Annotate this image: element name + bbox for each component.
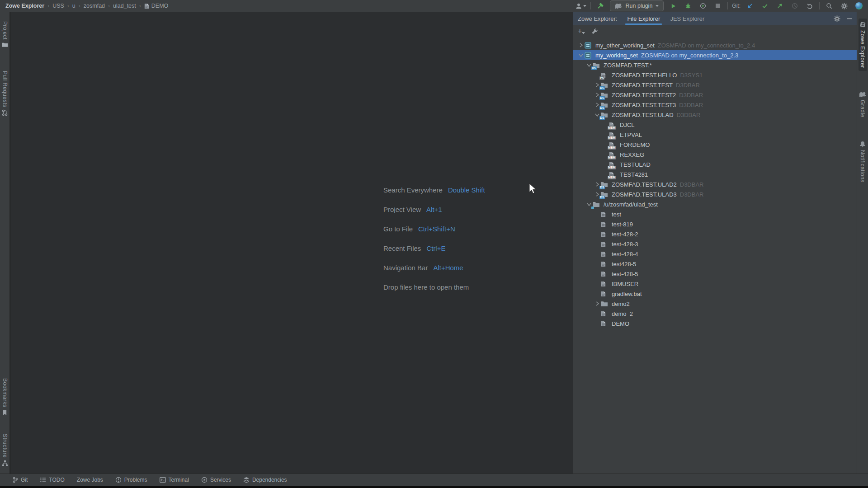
statusbar-item-dependencies[interactable]: Dependencies [243, 477, 287, 483]
stripe-item-bookmarks[interactable]: Bookmarks [1, 375, 9, 418]
stripe-item-label: Project [2, 21, 8, 40]
shortcut-action-label: Project View [383, 206, 421, 213]
dataset-folder-icon: DS [601, 91, 610, 99]
git-update-button[interactable] [745, 1, 755, 11]
tree-item-label: ZOSMFAD.TEST.TEST2 [612, 92, 676, 99]
git-commit-check-button[interactable] [760, 1, 770, 11]
tool-window-minimize-icon[interactable] [847, 16, 852, 21]
chevron-collapsed-icon[interactable] [593, 300, 601, 307]
search-button[interactable] [824, 1, 835, 11]
breadcrumb-item[interactable]: u [72, 3, 75, 9]
tree-row[interactable]: demo_2 [573, 309, 857, 319]
dataset-folder-icon: DS [601, 181, 610, 188]
breadcrumb-item[interactable]: zosmfad [84, 3, 105, 9]
top-bar: Zowe Explorer›USS›u›zosmfad›ulad_test›DE… [0, 0, 868, 12]
tree-row[interactable]: PSZOSMFAD.TEST.HELLOD3SYS1 [573, 70, 857, 80]
statusbar-item-label: Dependencies [252, 477, 287, 483]
tree-row[interactable]: test428-5 [573, 259, 857, 269]
stripe-item-structure[interactable]: Structure [1, 431, 9, 469]
tree-row[interactable]: IBMUSER [573, 279, 857, 289]
tree-row[interactable]: test-819 [573, 219, 857, 229]
build-hammer-button[interactable] [595, 1, 606, 11]
tree-row[interactable]: MEMREXXEG [573, 150, 857, 160]
shortcut-keys-label: Ctrl+Shift+N [418, 225, 455, 233]
tree-row[interactable]: MEMTESTULAD [573, 160, 857, 169]
run-play-button[interactable] [668, 1, 679, 11]
status-bar: GitTODOZowe JobsProblemsTerminalServices… [0, 474, 868, 486]
tab-file-explorer[interactable]: File Explorer [627, 12, 660, 25]
tool-window-gear-icon[interactable] [834, 15, 840, 22]
run-configuration-combo[interactable]: Run plugin [610, 0, 664, 11]
statusbar-item-git[interactable]: Git [13, 477, 28, 483]
tree-row[interactable]: DSZOSMFAD.TEST.ULAD2D3DBAR [573, 179, 857, 189]
history-clock-button[interactable] [789, 1, 800, 11]
tree-row[interactable]: DSZOSMFAD.TEST.TESTD3DBAR [573, 80, 857, 90]
stop-button[interactable] [712, 1, 723, 11]
shortcut-hint-line: Search EverywhereDouble Shift [383, 180, 485, 200]
git-push-icon [777, 3, 783, 9]
tree-row[interactable]: MEMDJCL [573, 120, 857, 130]
ide-sphere-icon[interactable] [854, 1, 864, 11]
stripe-item-label: Structure [2, 434, 8, 458]
statusbar-item-services[interactable]: Services [201, 477, 231, 483]
tree-item-label: FORDEMO [620, 141, 650, 148]
tree-item-label: /u/zosmfad/ulad_test [604, 201, 658, 208]
tree-row[interactable]: DSZOSMFAD.TEST.ULAD3D3DBAR [573, 189, 857, 199]
add-button[interactable]: + [578, 28, 585, 34]
breadcrumb-item[interactable]: ulad_test [113, 3, 136, 9]
statusbar-item-todo[interactable]: TODO [40, 477, 64, 483]
toolbar-divider [819, 2, 820, 9]
icon-badge: DS [599, 116, 605, 120]
tree-row[interactable]: demo2 [573, 299, 857, 309]
debug-bug-button[interactable] [683, 1, 693, 11]
git-push-button[interactable] [774, 1, 785, 11]
tree-item-label: my_other_working_set [595, 42, 655, 49]
problems-icon [115, 477, 122, 483]
tree-row[interactable]: DSZOSMFAD.TEST.TEST2D3DBAR [573, 90, 857, 100]
chevron-collapsed-icon[interactable] [577, 42, 585, 48]
settings-wrench-icon[interactable] [591, 28, 598, 35]
stripe-item-project[interactable]: Project [1, 19, 9, 50]
statusbar-item-zowe-jobs[interactable]: Zowe Jobs [77, 477, 103, 483]
uss-file-icon [601, 211, 610, 218]
stripe-item-gradle[interactable]: Gradle [858, 89, 868, 120]
breadcrumb-item[interactable]: DEMO [144, 3, 169, 9]
tree-row[interactable]: DSZOSMFAD.TEST.ULADD3DBAR [573, 110, 857, 120]
breadcrumb-label: DEMO [151, 3, 169, 9]
dataset-folder-icon: DS [601, 81, 610, 89]
tree-row[interactable]: DEMO [573, 319, 857, 328]
statusbar-item-terminal[interactable]: Terminal [160, 477, 189, 483]
editor-area[interactable]: Search EverywhereDouble ShiftProject Vie… [10, 12, 573, 474]
statusbar-item-problems[interactable]: Problems [115, 477, 147, 483]
icon-badge: MEM [608, 176, 616, 179]
tree-row[interactable]: test-428-5 [573, 269, 857, 279]
tree-row[interactable]: gradlew.bat [573, 289, 857, 299]
tree-row[interactable]: /u/zosmfad/ulad_test [573, 199, 857, 209]
stripe-item-notifications[interactable]: Notifications [859, 138, 867, 185]
breadcrumb-item[interactable]: USS [52, 3, 64, 9]
tab-jes-explorer[interactable]: JES Explorer [670, 12, 704, 25]
tree-row[interactable]: test-428-4 [573, 249, 857, 259]
uss-file-icon [601, 320, 610, 327]
tree-row[interactable]: DSZOSMFAD.TEST.TEST3D3DBAR [573, 100, 857, 110]
settings-gear-button[interactable] [839, 1, 849, 11]
chevron-spacer [593, 291, 601, 297]
tree-row[interactable]: test-428-3 [573, 239, 857, 249]
user-button[interactable] [576, 1, 586, 11]
chevron-expanded-icon[interactable] [577, 52, 585, 58]
shortcut-action-label: Navigation Bar [383, 264, 428, 272]
breadcrumb-item[interactable]: Zowe Explorer [5, 3, 44, 9]
tree-row[interactable]: DSZOSMFAD.TEST.* [573, 60, 857, 70]
tree-item-label: gradlew.bat [612, 291, 642, 297]
tree-row[interactable]: my_other_working_setZOSMFAD on my_connec… [573, 40, 857, 50]
stripe-item-zowe-explorer[interactable]: Zowe Explorer [859, 19, 867, 71]
tree-row[interactable]: test-428-2 [573, 229, 857, 239]
rollback-button[interactable] [804, 1, 815, 11]
tree-row[interactable]: my_working_setZOSMFAD on my_connection_t… [573, 50, 857, 60]
tree-row[interactable]: MEMTEST4281 [573, 169, 857, 179]
tree-row[interactable]: test [573, 209, 857, 219]
profiler-button[interactable] [698, 1, 708, 11]
tree-row[interactable]: MEMFORDEMO [573, 140, 857, 150]
stripe-item-pull-requests[interactable]: Pull Requests [1, 68, 9, 119]
tree-row[interactable]: MEMETPVAL [573, 130, 857, 140]
